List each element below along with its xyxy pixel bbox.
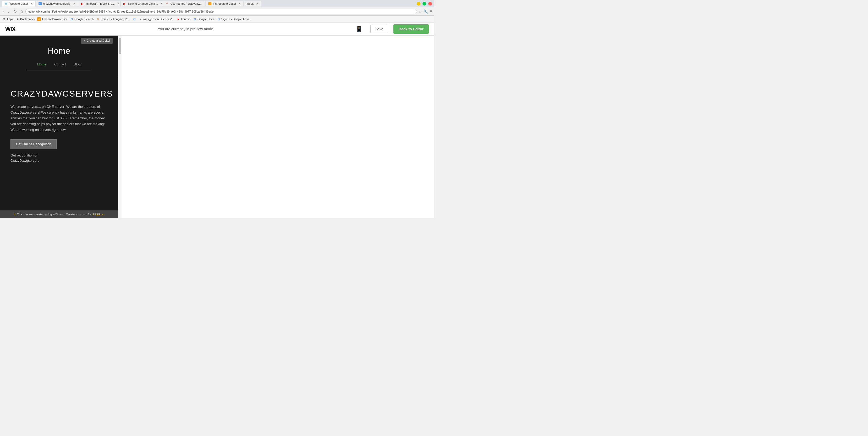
get-recognition-button[interactable]: Get Online Recognition (10, 139, 57, 149)
nav-contact[interactable]: Contact (54, 62, 66, 66)
site-navigation: Home Contact Blog (5, 60, 113, 70)
nav-blog[interactable]: Blog (74, 62, 81, 66)
tab-favicon-4: ▶ (123, 2, 126, 5)
tab-wix-editor[interactable]: W Website Editor ✕ (2, 1, 35, 6)
apps-icon: ⊞ (2, 17, 6, 21)
tab-label-4: How to Change Vanill... (128, 2, 158, 5)
tab-gmail[interactable]: M Username? - crazydaw... ✕ (163, 1, 205, 6)
bookmark-google-search[interactable]: G Google Search (70, 17, 93, 21)
bookmark-label-google-search: Google Search (74, 18, 93, 21)
bookmark-bookmarks[interactable]: ★ Bookmarks (16, 17, 35, 21)
tab-label-7: Mbox (246, 2, 253, 5)
tab-favicon-6: I (208, 2, 211, 5)
bookmark-label-docs: Google Docs (197, 18, 214, 21)
home-button[interactable]: ⌂ (20, 9, 24, 14)
address-bar: ‹ › ↻ ⌂ editor.wix.com/html/editor/web/r… (0, 7, 434, 16)
bookmark-label-scratch: Scratch - Imagine, Pr... (100, 18, 130, 21)
bookmark-label-amazon: AmazonBrowserBar (42, 18, 67, 21)
minimize-button[interactable] (417, 2, 421, 5)
bookmark-label-account: Sign in - Google Acco... (221, 18, 251, 21)
bookmark-google-account[interactable]: G Sign in - Google Acco... (217, 17, 251, 21)
site-page-title: Home (5, 46, 113, 56)
scrollbar-thumb[interactable] (119, 38, 121, 54)
site-description-text: We create servers... on ONE server! We a… (10, 104, 107, 133)
docs-icon: G (193, 17, 197, 21)
ross-icon: r (139, 17, 143, 21)
tab-mbox[interactable]: Mbox ✕ (244, 1, 261, 6)
browser-window: W Website Editor ✕ C crazydawgmcservers … (0, 0, 434, 218)
wix-site-preview: ✕ Create a WiX site! Home Home Contact B… (0, 36, 118, 218)
create-wix-text: ✕ Create a WiX site! (84, 39, 110, 42)
lenovo-icon: ▶ (177, 17, 180, 21)
google-g-icon: G (132, 17, 136, 21)
wix-logo: WIX (5, 26, 16, 32)
wix-footer-banner: ✕ This site was created using WIX.com. C… (0, 210, 118, 218)
right-blank-area (122, 36, 434, 218)
tab-favicon-2: C (38, 2, 42, 5)
url-text: editor.wix.com/html/editor/web/renderer/… (28, 10, 214, 13)
tab-instructable[interactable]: I Instructable Editor ✕ (206, 1, 244, 6)
star-bm-icon: ★ (16, 17, 20, 21)
window-controls (417, 2, 432, 5)
bookmark-label-apps: Apps (6, 18, 13, 21)
tab-vanilla[interactable]: ▶ How to Change Vanill... ✕ (121, 1, 163, 6)
google-account-icon: G (217, 17, 220, 21)
save-button[interactable]: Save (370, 25, 388, 33)
tab-minecraft[interactable]: ▶ Minecraft - Block Bre... ✕ (78, 1, 120, 6)
amazon-icon: A (37, 17, 41, 21)
bookmark-label-ross: ross_jensen | Cedar V... (143, 18, 174, 21)
bookmark-google[interactable]: G (132, 17, 136, 21)
tab-favicon-1: W (5, 2, 8, 5)
nav-home[interactable]: Home (37, 62, 46, 66)
back-to-editor-button[interactable]: Back to Editor (394, 24, 429, 34)
mobile-preview-icon[interactable]: 📱 (355, 26, 363, 32)
menu-button[interactable]: ≡ (430, 9, 432, 14)
back-button[interactable]: ‹ (2, 9, 5, 14)
tab-crazydawg[interactable]: C crazydawgmcservers ✕ (36, 1, 78, 6)
forward-button[interactable]: › (7, 9, 10, 14)
bookmark-amazon[interactable]: A AmazonBrowserBar (37, 17, 67, 21)
extension-icon[interactable]: 🔧 (424, 9, 428, 13)
bookmark-label-bookmarks: Bookmarks (20, 18, 35, 21)
create-wix-banner[interactable]: ✕ Create a WiX site! (81, 38, 113, 44)
tab-label-5: Username? - crazydaw... (170, 2, 203, 5)
bookmark-label-lenovo: Lenovo (181, 18, 190, 21)
tab-favicon-5: M (166, 2, 169, 5)
nav-separator (27, 70, 91, 70)
wix-footer-text: This site was created using WIX.com. Cre… (17, 213, 91, 216)
star-icon[interactable]: ☆ (418, 9, 422, 13)
scrollbar[interactable] (118, 36, 122, 218)
close-button[interactable] (428, 2, 432, 5)
tab-label-3: Minecraft - Block Bre... (86, 2, 115, 5)
tab-close-7[interactable]: ✕ (256, 2, 258, 5)
bookmarks-bar: ⊞ Apps ★ Bookmarks A AmazonBrowserBar G … (0, 16, 434, 23)
tab-label-1: Website Editor (9, 2, 28, 5)
wix-footer-link[interactable]: FREE >> (92, 213, 104, 216)
reload-button[interactable]: ↻ (12, 8, 18, 14)
recognition-subtext: Get recognition onCrazyDawgservers (10, 153, 107, 163)
google-search-icon: G (70, 17, 73, 21)
site-brand-name: CrazyDawgservers (10, 89, 107, 99)
bookmark-lenovo[interactable]: ▶ Lenovo (177, 17, 190, 21)
maximize-button[interactable] (423, 2, 426, 5)
preview-mode-text: You are currently in preview mode (21, 27, 350, 31)
wix-footer-icon: ✕ (13, 212, 16, 216)
tab-favicon-3: ▶ (81, 2, 84, 5)
tab-label-6: Instructable Editor (213, 2, 236, 5)
tab-label-2: crazydawgmcservers (43, 2, 70, 5)
tab-close-6[interactable]: ✕ (239, 2, 241, 5)
tab-close-3[interactable]: ✕ (117, 2, 119, 5)
title-bar: W Website Editor ✕ C crazydawgmcservers … (0, 0, 434, 7)
url-bar[interactable]: editor.wix.com/html/editor/web/renderer/… (25, 9, 417, 14)
tab-close-4[interactable]: ✕ (160, 2, 163, 5)
site-content: CrazyDawgservers We create servers... on… (0, 76, 118, 210)
bookmark-ross[interactable]: r ross_jensen | Cedar V... (139, 17, 174, 21)
browser-viewport: ✕ Create a WiX site! Home Home Contact B… (0, 36, 434, 218)
tab-close-2[interactable]: ✕ (73, 2, 75, 5)
tab-close-1[interactable]: ✕ (31, 2, 33, 5)
wix-header: WIX You are currently in preview mode 📱 … (0, 23, 434, 36)
bookmark-google-docs[interactable]: G Google Docs (193, 17, 214, 21)
bookmark-scratch[interactable]: S Scratch - Imagine, Pr... (96, 17, 130, 21)
bookmark-apps[interactable]: ⊞ Apps (2, 17, 13, 21)
scratch-icon: S (96, 17, 100, 21)
